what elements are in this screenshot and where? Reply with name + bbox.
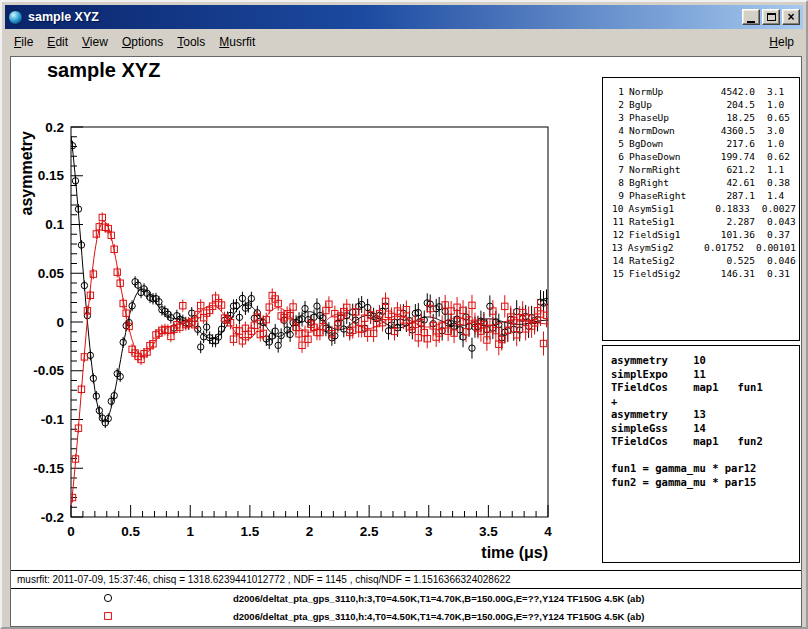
param-value: 146.31 — [705, 267, 755, 280]
theory-curve-0 — [71, 136, 548, 422]
param-row: 8BgRight42.610.38 — [609, 176, 796, 189]
param-error: 1.0 — [767, 98, 784, 111]
menu-file[interactable]: File — [7, 32, 40, 52]
param-row: 1NormUp4542.03.1 — [609, 85, 796, 98]
data-points-0 — [69, 141, 549, 428]
param-row: 5BgDown217.61.0 — [609, 137, 796, 150]
param-number: 12 — [609, 228, 624, 241]
theory-line: asymmetry 10 — [611, 354, 796, 368]
y-tick-label: -0.1 — [41, 412, 65, 427]
x-tick-label: 3.5 — [479, 524, 498, 539]
param-value: 621.2 — [705, 163, 755, 176]
param-number: 4 — [609, 124, 624, 137]
param-error: 0.046 — [767, 254, 796, 267]
param-number: 1 — [609, 85, 624, 98]
param-error: 1.0 — [767, 137, 784, 150]
theory-line: asymmetry 13 — [611, 408, 796, 422]
param-number: 15 — [609, 267, 624, 280]
param-number: 9 — [609, 189, 624, 202]
param-name: NormUp — [629, 85, 705, 98]
param-name: AsymSig2 — [628, 241, 698, 254]
param-number: 7 — [609, 163, 624, 176]
param-value: 0.01752 — [698, 241, 744, 254]
param-error: 1.1 — [767, 163, 784, 176]
status-area: musrfit: 2011-07-09, 15:37:46, chisq = 1… — [11, 570, 801, 626]
param-error: 3.1 — [767, 85, 784, 98]
menu-tools[interactable]: Tools — [170, 32, 212, 52]
minimize-button[interactable] — [742, 9, 760, 25]
param-name: PhaseRight — [629, 189, 705, 202]
y-tick-label: 0.15 — [38, 168, 65, 183]
param-number: 8 — [609, 176, 624, 189]
param-name: AsymSig1 — [628, 202, 701, 215]
close-button[interactable]: × — [782, 9, 800, 25]
param-row: 3PhaseUp18.250.65 — [609, 111, 796, 124]
param-name: BgDown — [629, 137, 705, 150]
legend-entry: d2006/deltat_pta_gps_3110,h:3,T0=4.50K,T… — [11, 589, 801, 607]
param-name: RateSig2 — [629, 254, 705, 267]
param-number: 13 — [609, 241, 623, 254]
x-tick-label: 2 — [306, 524, 314, 539]
param-number: 6 — [609, 150, 624, 163]
menu-view[interactable]: View — [75, 32, 115, 52]
param-error: 0.65 — [767, 111, 790, 124]
window-title: sample XYZ — [28, 10, 742, 24]
x-axis-title: time (μs) — [481, 544, 548, 561]
param-error: 0.0027 — [762, 202, 796, 215]
maximize-icon — [767, 13, 776, 21]
theory-curve-1 — [71, 221, 548, 506]
x-tick-label: 4 — [544, 524, 552, 539]
param-value: 42.61 — [705, 176, 755, 189]
param-error: 0.37 — [767, 228, 790, 241]
param-row: 6PhaseDown199.740.62 — [609, 150, 796, 163]
theory-line: simpleGss 14 — [611, 422, 796, 436]
param-value: 4360.5 — [705, 124, 755, 137]
legend-label: d2006/deltat_pta_gps_3110,h:4,T0=4.50K,T… — [233, 611, 644, 622]
data-points-1 — [69, 212, 549, 502]
x-tick-label: 2.5 — [360, 524, 379, 539]
param-number: 2 — [609, 98, 624, 111]
param-error: 1.4 — [767, 189, 784, 202]
legend: d2006/deltat_pta_gps_3110,h:3,T0=4.50K,T… — [11, 589, 801, 625]
y-tick-label: 0 — [56, 315, 64, 330]
minimize-icon — [747, 21, 755, 23]
x-tick-label: 0 — [67, 524, 75, 539]
param-number: 14 — [609, 254, 624, 267]
param-row: 14RateSig20.5250.046 — [609, 254, 796, 267]
y-axis-title: asymmetry — [18, 131, 35, 216]
theory-line: simplExpo 11 — [611, 368, 796, 382]
param-error: 0.043 — [767, 215, 796, 228]
param-row: 2BgUp204.51.0 — [609, 98, 796, 111]
menubar: File Edit View Options Tools Musrfit Hel… — [5, 30, 803, 53]
asymmetry-plot[interactable]: -0.2-0.15-0.1-0.0500.050.10.150.200.511.… — [11, 57, 603, 569]
param-name: PhaseUp — [629, 111, 705, 124]
y-tick-label: 0.05 — [38, 266, 65, 281]
param-name: PhaseDown — [629, 150, 705, 163]
menu-help[interactable]: Help — [762, 32, 801, 52]
param-row: 13AsymSig20.017520.00101 — [609, 241, 796, 254]
titlebar[interactable]: sample XYZ × — [5, 5, 803, 29]
param-value: 2.287 — [705, 215, 755, 228]
param-name: BgUp — [629, 98, 705, 111]
parameter-box: 1NormUp4542.03.12BgUp204.51.03PhaseUp18.… — [602, 77, 800, 341]
param-name: NormRight — [629, 163, 705, 176]
theory-line: TFieldCos map1 fun2 — [611, 435, 796, 449]
param-number: 5 — [609, 137, 624, 150]
theory-line — [611, 449, 796, 463]
menu-options[interactable]: Options — [115, 32, 170, 52]
param-error: 0.31 — [767, 267, 790, 280]
menu-musrfit[interactable]: Musrfit — [212, 32, 262, 52]
param-value: 204.5 — [705, 98, 755, 111]
y-tick-label: 0.2 — [45, 120, 64, 135]
app-icon — [8, 10, 23, 25]
param-number: 3 — [609, 111, 624, 124]
theory-line: TFieldCos map1 fun1 — [611, 381, 796, 395]
param-row: 11RateSig12.2870.043 — [609, 215, 796, 228]
window-controls: × — [742, 9, 800, 25]
param-error: 0.00101 — [756, 241, 796, 254]
param-name: FieldSig2 — [629, 267, 705, 280]
maximize-button[interactable] — [762, 9, 780, 25]
param-row: 7NormRight621.21.1 — [609, 163, 796, 176]
param-row: 15FieldSig2146.310.31 — [609, 267, 796, 280]
menu-edit[interactable]: Edit — [40, 32, 75, 52]
